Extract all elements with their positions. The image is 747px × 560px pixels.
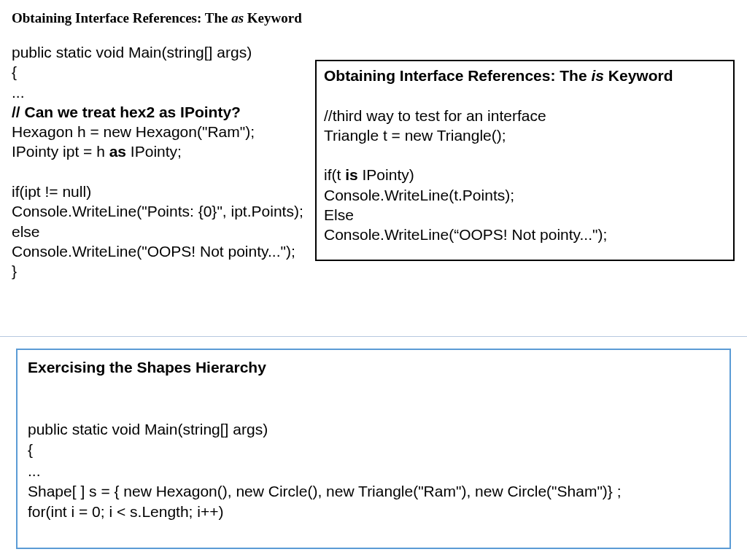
blank-line <box>12 162 325 182</box>
code-line: Console.WriteLine(“OOPS! Not pointy...")… <box>324 225 726 244</box>
code-line: { <box>28 440 719 460</box>
code-line: Else <box>324 205 726 225</box>
heading-keyword: as <box>231 10 244 26</box>
code-text: if(t <box>324 166 345 183</box>
code-comment-bold: // Can we treat hex2 as IPointy? <box>12 102 325 122</box>
code-line: Console.WriteLine(t.Points); <box>324 185 726 205</box>
bottom-code-box: Exercising the Shapes Hierarchy public s… <box>16 349 731 549</box>
code-line: IPointy ipt = h as IPointy; <box>12 141 325 161</box>
heading-pre: Obtaining Interface References: The <box>12 10 231 26</box>
title-pre: Obtaining Interface References: The <box>324 67 591 84</box>
page-heading: Obtaining Interface References: The as K… <box>0 0 747 26</box>
code-line: public static void Main(string[] args) <box>28 419 719 440</box>
blank-line <box>28 399 719 419</box>
code-line: Shape[ ] s = { new Hexagon(), new Circle… <box>28 481 719 502</box>
code-line: ... <box>12 82 325 102</box>
code-line: if(t is IPointy) <box>324 165 726 184</box>
right-code-box: Obtaining Interface References: The is K… <box>315 60 735 261</box>
code-line: { <box>12 62 325 82</box>
code-line: if(ipt != null) <box>12 182 325 201</box>
blank-line <box>324 145 726 165</box>
code-text: IPointy; <box>126 143 182 160</box>
bottom-box-title: Exercising the Shapes Hierarchy <box>28 357 719 378</box>
right-box-title: Obtaining Interface References: The is K… <box>324 66 726 85</box>
left-code-block: public static void Main(string[] args) {… <box>12 42 325 281</box>
title-post: Keyword <box>604 67 673 84</box>
blank-line <box>324 85 726 105</box>
code-line: Console.WriteLine("Points: {0}", ipt.Poi… <box>12 201 325 221</box>
blank-line <box>28 378 719 398</box>
is-keyword: is <box>345 166 358 183</box>
code-line: } <box>12 261 325 281</box>
code-line: else <box>12 222 325 241</box>
as-keyword: as <box>109 143 126 160</box>
code-line: public static void Main(string[] args) <box>12 42 325 62</box>
code-line: Triangle t = new Triangle(); <box>324 125 726 145</box>
code-line: //third way to test for an interface <box>324 106 726 125</box>
code-line: Console.WriteLine("OOPS! Not pointy...")… <box>12 241 325 261</box>
horizontal-divider <box>0 336 747 337</box>
code-line: Hexagon h = new Hexagon("Ram"); <box>12 122 325 141</box>
code-line: for(int i = 0; i < s.Length; i++) <box>28 502 719 522</box>
is-keyword-title: is <box>591 67 604 84</box>
code-line: ... <box>28 461 719 481</box>
heading-post: Keyword <box>244 10 302 26</box>
code-text: IPointy ipt = h <box>12 143 109 160</box>
code-text: IPointy) <box>358 166 414 183</box>
